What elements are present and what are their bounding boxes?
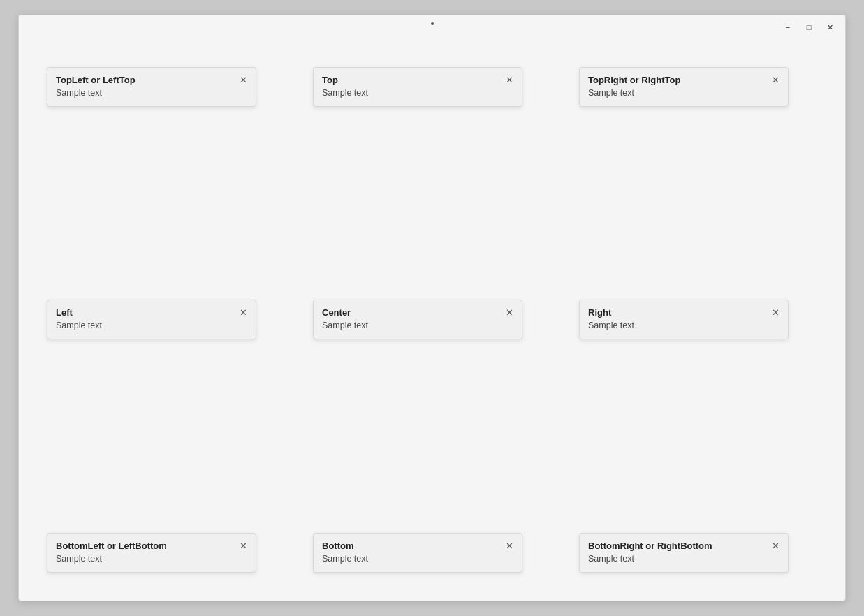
- card-top: Top ✕ Sample text: [313, 67, 522, 107]
- card-left-title: Left: [56, 307, 73, 318]
- card-center-title: Center: [322, 307, 351, 318]
- card-bottom-left-close[interactable]: ✕: [240, 541, 247, 550]
- card-top-right-title: TopRight or RightTop: [588, 75, 680, 85]
- card-top-left-header: TopLeft or LeftTop ✕: [56, 75, 247, 85]
- card-top-header: Top ✕: [322, 75, 513, 85]
- card-top-title: Top: [322, 75, 338, 85]
- cell-bottom-right: BottomRight or RightBottom ✕ Sample text: [565, 409, 831, 587]
- maximize-button[interactable]: □: [799, 20, 819, 35]
- cell-top-right: TopRight or RightTop ✕ Sample text: [565, 53, 831, 231]
- card-right-header: Right ✕: [588, 307, 779, 318]
- card-bottom-right: BottomRight or RightBottom ✕ Sample text: [579, 533, 789, 573]
- card-bottom-left-body: Sample text: [56, 554, 247, 564]
- cell-middle-center: Center ✕ Sample text: [299, 231, 565, 409]
- card-top-right: TopRight or RightTop ✕ Sample text: [579, 67, 789, 107]
- card-center-header: Center ✕: [322, 307, 513, 318]
- card-bottom-left-header: BottomLeft or LeftBottom ✕: [56, 541, 247, 551]
- main-window: − □ ✕ TopLeft or LeftTop ✕ Sample text T…: [18, 15, 846, 601]
- card-center-close[interactable]: ✕: [506, 308, 513, 317]
- card-top-body: Sample text: [322, 88, 513, 98]
- cell-top-left: TopLeft or LeftTop ✕ Sample text: [33, 53, 299, 231]
- card-bottom-body: Sample text: [322, 554, 513, 564]
- content-area: TopLeft or LeftTop ✕ Sample text Top ✕ S…: [19, 39, 845, 601]
- card-left-header: Left ✕: [56, 307, 247, 318]
- card-bottom-title: Bottom: [322, 541, 354, 551]
- card-left: Left ✕ Sample text: [47, 300, 256, 339]
- card-bottom-right-header: BottomRight or RightBottom ✕: [588, 541, 779, 551]
- card-bottom-left-title: BottomLeft or LeftBottom: [56, 541, 167, 551]
- cell-bottom-left: BottomLeft or LeftBottom ✕ Sample text: [33, 409, 299, 587]
- card-top-left-body: Sample text: [56, 88, 247, 98]
- card-left-close[interactable]: ✕: [240, 308, 247, 317]
- card-right-title: Right: [588, 307, 611, 318]
- card-center-body: Sample text: [322, 321, 513, 330]
- cell-top-center: Top ✕ Sample text: [299, 53, 565, 231]
- card-bottom-header: Bottom ✕: [322, 541, 513, 551]
- cell-middle-right: Right ✕ Sample text: [565, 231, 831, 409]
- card-bottom-right-close[interactable]: ✕: [772, 541, 779, 550]
- cell-middle-left: Left ✕ Sample text: [33, 231, 299, 409]
- cell-bottom-center: Bottom ✕ Sample text: [299, 409, 565, 587]
- card-top-left-close[interactable]: ✕: [240, 75, 247, 85]
- card-bottom-right-body: Sample text: [588, 554, 779, 564]
- card-top-left: TopLeft or LeftTop ✕ Sample text: [47, 67, 256, 107]
- card-top-right-header: TopRight or RightTop ✕: [588, 75, 779, 85]
- card-bottom: Bottom ✕ Sample text: [313, 533, 522, 573]
- card-bottom-right-title: BottomRight or RightBottom: [588, 541, 712, 551]
- card-top-left-title: TopLeft or LeftTop: [56, 75, 136, 85]
- title-dot: [431, 22, 434, 25]
- title-bar: − □ ✕: [19, 15, 845, 39]
- card-bottom-left: BottomLeft or LeftBottom ✕ Sample text: [47, 533, 256, 573]
- card-right: Right ✕ Sample text: [579, 300, 789, 339]
- card-left-body: Sample text: [56, 321, 247, 330]
- card-top-right-body: Sample text: [588, 88, 779, 98]
- card-top-right-close[interactable]: ✕: [772, 75, 779, 85]
- card-right-close[interactable]: ✕: [772, 308, 779, 317]
- title-bar-controls: − □ ✕: [778, 20, 840, 35]
- card-bottom-close[interactable]: ✕: [506, 541, 513, 550]
- close-button[interactable]: ✕: [820, 20, 840, 35]
- card-right-body: Sample text: [588, 321, 779, 330]
- card-top-close[interactable]: ✕: [506, 75, 513, 85]
- minimize-button[interactable]: −: [778, 20, 798, 35]
- card-center: Center ✕ Sample text: [313, 300, 522, 339]
